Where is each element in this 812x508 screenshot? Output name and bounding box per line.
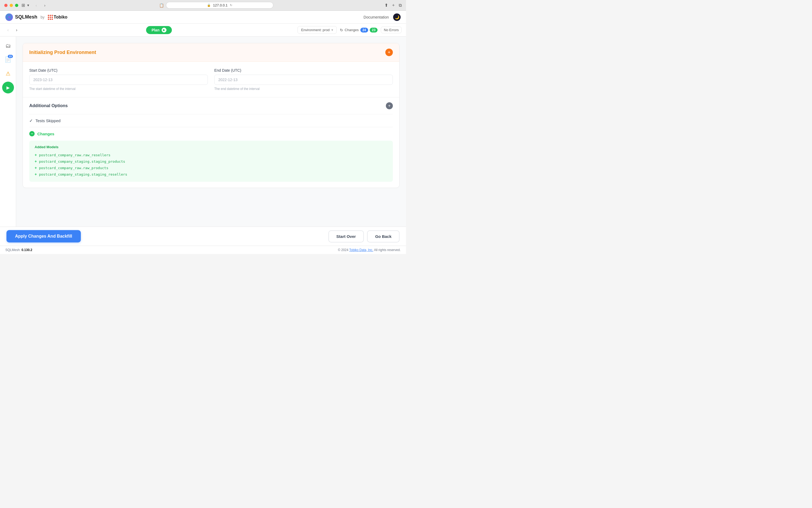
section-header: Initializing Prod Environment + [23, 43, 399, 62]
model-plus-icon: + [35, 172, 37, 176]
bottom-actions: Start Over Go Back [329, 230, 399, 243]
sidebar-item-files[interactable]: 🗂 [2, 40, 14, 51]
logo-text: SQLMesh [15, 14, 37, 20]
plan-button[interactable]: Plan ▶ [146, 26, 172, 34]
sidebar-item-run[interactable]: ▶ [2, 82, 14, 93]
tobiko-dots-icon [48, 15, 53, 19]
reload-icon[interactable]: ↻ [230, 3, 232, 7]
model-name: postcard_company_staging.staging_product… [39, 160, 125, 164]
address-bar[interactable]: 🔒 127.0.0.1 ↻ [166, 2, 273, 9]
maximize-window-btn[interactable] [15, 4, 18, 7]
changes-label: Changes [345, 28, 359, 32]
footer-copyright-section: © 2024 Tobiko Data, Inc. All rights rese… [338, 248, 401, 252]
toolbar-center: Plan ▶ [24, 26, 294, 34]
start-date-hint: The start datetime of the interval [29, 87, 208, 91]
forward-btn[interactable]: › [42, 2, 48, 9]
warning-icon: ⚠ [6, 70, 10, 77]
additional-options-add-btn[interactable]: + [386, 102, 393, 109]
model-item: + postcard_company_raw.raw_resellers [35, 152, 387, 158]
apply-changes-button[interactable]: Apply Changes And Backfill [6, 230, 81, 243]
refresh-icon[interactable]: ↻ [340, 28, 343, 32]
browser-chrome: ⊞ ▼ ‹ › 📋 🔒 127.0.0.1 ↻ ⬆ ＋ ⧉ [0, 0, 406, 11]
model-name: postcard_company_raw.raw_products [39, 166, 108, 170]
dark-mode-toggle[interactable]: 🌙 [393, 13, 401, 21]
tabs-icon[interactable]: ⧉ [399, 3, 402, 8]
go-back-button[interactable]: Go Back [367, 230, 399, 243]
environment-selector[interactable]: Environment: prod ▾ [298, 26, 336, 34]
browser-actions: ⬆ ＋ ⧉ [385, 2, 402, 8]
tobiko-name-text: Tobiko [54, 15, 68, 19]
end-date-label: End Date (UTC) [214, 68, 393, 73]
app-wrapper: SQLMesh by Tobiko Documentation � [0, 11, 406, 254]
footer-copyright: © 2024 [338, 248, 348, 252]
logs-badge: 23 [8, 55, 13, 58]
end-date-group: End Date (UTC) The end datetime of the i… [214, 68, 393, 91]
documentation-link[interactable]: Documentation [364, 15, 389, 19]
footer: SQLMesh: 0.130.2 © 2024 Tobiko Data, Inc… [0, 246, 406, 254]
added-models: Added Models + postcard_company_raw.raw_… [29, 141, 393, 182]
share-icon[interactable]: ⬆ [385, 3, 388, 8]
check-icon: ✓ [29, 118, 33, 123]
window-controls [4, 4, 18, 7]
sidebar: 🗂 📄 23 ⚠ ▶ [0, 37, 16, 226]
footer-rights: All rights reserved. [374, 248, 401, 252]
tobiko-logo: Tobiko [48, 15, 68, 19]
start-date-input[interactable] [29, 75, 208, 85]
minimize-window-btn[interactable] [10, 4, 13, 7]
toolbar-back-btn[interactable]: ‹ [4, 26, 12, 34]
nav-right: Documentation 🌙 [364, 13, 401, 21]
model-item: + postcard_company_staging.staging_produ… [35, 158, 387, 165]
section-add-button[interactable]: + [385, 49, 393, 56]
start-date-label: Start Date (UTC) [29, 68, 208, 73]
address-bar-wrapper: 📋 🔒 127.0.0.1 ↻ [51, 2, 381, 9]
model-plus-icon: + [35, 159, 37, 164]
model-plus-icon: + [35, 153, 37, 157]
sidebar-item-logs[interactable]: 📄 23 [2, 54, 14, 66]
toolbar-nav: ‹ › [4, 26, 20, 34]
end-date-input[interactable] [214, 75, 393, 85]
end-date-hint: The end datetime of the interval [214, 87, 393, 91]
bottom-bar: Apply Changes And Backfill Start Over Go… [0, 226, 406, 246]
additional-options: Additional Options + ✓ Tests Skipped − C… [23, 97, 399, 188]
no-errors-badge: No Errors [381, 27, 402, 33]
close-window-btn[interactable] [4, 4, 7, 7]
toolbar-forward-btn[interactable]: › [13, 26, 20, 34]
tests-skipped-label: Tests Skipped [36, 118, 60, 123]
logo-by-text: by [41, 15, 45, 19]
toolbar-right: Environment: prod ▾ ↻ Changes 24 23 No E… [298, 26, 402, 34]
browser-sidebar-toggle[interactable]: ⊞ ▼ [22, 3, 30, 8]
back-btn[interactable]: ‹ [33, 2, 39, 9]
top-nav: SQLMesh by Tobiko Documentation � [0, 11, 406, 24]
logo-section: SQLMesh by Tobiko [5, 13, 359, 21]
plan-play-icon: ▶ [162, 28, 167, 33]
page-section: Initializing Prod Environment + Start Da… [23, 43, 399, 188]
start-over-button[interactable]: Start Over [329, 230, 364, 243]
model-item: + postcard_company_raw.raw_products [35, 165, 387, 171]
model-name: postcard_company_raw.raw_resellers [39, 153, 111, 157]
environment-label: Environment: prod [301, 28, 330, 32]
svg-point-1 [8, 16, 10, 18]
page-title: Initializing Prod Environment [29, 50, 96, 55]
model-plus-icon: + [35, 166, 37, 170]
sqlmesh-logo-icon [5, 13, 13, 21]
footer-version: 0.130.2 [22, 248, 32, 252]
changes-collapse-btn[interactable]: − [29, 131, 35, 136]
added-models-title: Added Models [35, 145, 387, 149]
main-layout: 🗂 📄 23 ⚠ ▶ Initializing Prod Environment… [0, 37, 406, 226]
changes-section: ↻ Changes 24 23 [340, 28, 378, 33]
play-icon: ▶ [6, 85, 10, 90]
start-date-group: Start Date (UTC) The start datetime of t… [29, 68, 208, 91]
changes-panel-header: − Changes [29, 131, 393, 136]
tests-skipped: ✓ Tests Skipped [29, 114, 393, 127]
toolbar: ‹ › Plan ▶ Environment: prod ▾ ↻ Changes… [0, 24, 406, 37]
changes-badge-24: 24 [360, 28, 368, 33]
browser-tab-icon: 📋 [159, 3, 164, 7]
additional-options-title: Additional Options [29, 103, 68, 108]
new-tab-icon[interactable]: ＋ [391, 2, 395, 8]
footer-company-link[interactable]: Tobiko Data, Inc. [349, 248, 373, 252]
model-name: postcard_company_staging.staging_reselle… [39, 172, 127, 176]
additional-options-header[interactable]: Additional Options + [29, 97, 393, 114]
sidebar-item-warnings[interactable]: ⚠ [2, 68, 14, 80]
footer-prefix: SQLMesh: [5, 248, 21, 252]
date-fields: Start Date (UTC) The start datetime of t… [23, 62, 399, 97]
